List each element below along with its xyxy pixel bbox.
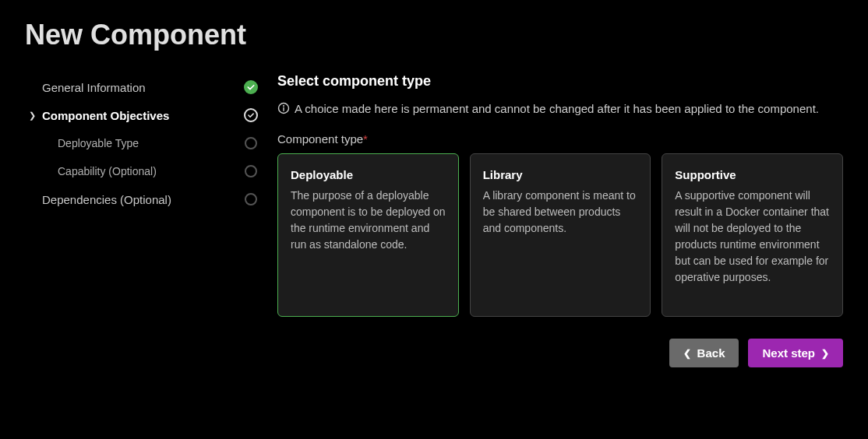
svg-rect-2 xyxy=(283,107,284,111)
step-capability[interactable]: ❯ Capability (Optional) xyxy=(25,157,259,185)
step-label: Capability (Optional) xyxy=(42,165,235,177)
step-label: Deployable Type xyxy=(42,137,235,149)
card-title: Library xyxy=(483,168,638,181)
card-description: The purpose of a deployable component is… xyxy=(291,188,446,253)
option-library[interactable]: Library A library component is meant to … xyxy=(470,153,651,317)
option-supportive[interactable]: Supportive A supportive component will r… xyxy=(662,153,843,317)
section-heading: Select component type xyxy=(277,73,843,90)
step-status-done-icon xyxy=(243,79,259,95)
chevron-right-icon: ❯ xyxy=(821,348,829,359)
step-deployable-type[interactable]: ❯ Deployable Type xyxy=(25,129,259,157)
wizard-footer: ❮ Back Next step ❯ xyxy=(277,339,843,367)
option-deployable[interactable]: Deployable The purpose of a deployable c… xyxy=(277,153,459,317)
info-note: A choice made here is permanent and cann… xyxy=(277,100,843,118)
chevron-left-icon: ❮ xyxy=(683,348,691,359)
step-status-current-icon xyxy=(243,107,259,123)
field-label-component-type: Component type* xyxy=(277,132,843,146)
step-status-empty-icon xyxy=(243,135,259,151)
card-description: A supportive component will result in a … xyxy=(675,188,830,286)
info-icon xyxy=(277,102,290,118)
page-title: New Component xyxy=(25,19,843,51)
step-label: Component Objectives xyxy=(42,109,235,122)
back-button-label: Back xyxy=(697,346,725,360)
step-status-empty-icon xyxy=(243,191,259,207)
next-step-button[interactable]: Next step ❯ xyxy=(748,339,843,367)
wizard-steps-sidebar: ❯ General Information ❯ Component Object… xyxy=(25,73,259,367)
required-indicator: * xyxy=(363,132,368,146)
next-button-label: Next step xyxy=(762,346,815,360)
card-description: A library component is meant to be share… xyxy=(483,188,638,237)
card-title: Supportive xyxy=(675,168,830,181)
back-button[interactable]: ❮ Back xyxy=(669,339,739,367)
step-component-objectives[interactable]: ❯ Component Objectives xyxy=(25,101,259,129)
card-title: Deployable xyxy=(291,168,446,181)
step-dependencies[interactable]: ❯ Dependencies (Optional) xyxy=(25,185,259,213)
component-type-options: Deployable The purpose of a deployable c… xyxy=(277,153,843,317)
step-label: Dependencies (Optional) xyxy=(42,193,235,206)
info-text: A choice made here is permanent and cann… xyxy=(295,100,819,117)
step-general-information[interactable]: ❯ General Information xyxy=(25,73,259,101)
step-status-empty-icon xyxy=(243,163,259,179)
main-panel: Select component type A choice made here… xyxy=(277,73,843,367)
step-label: General Information xyxy=(42,81,235,94)
chevron-right-icon: ❯ xyxy=(25,111,39,121)
svg-point-1 xyxy=(283,105,284,107)
